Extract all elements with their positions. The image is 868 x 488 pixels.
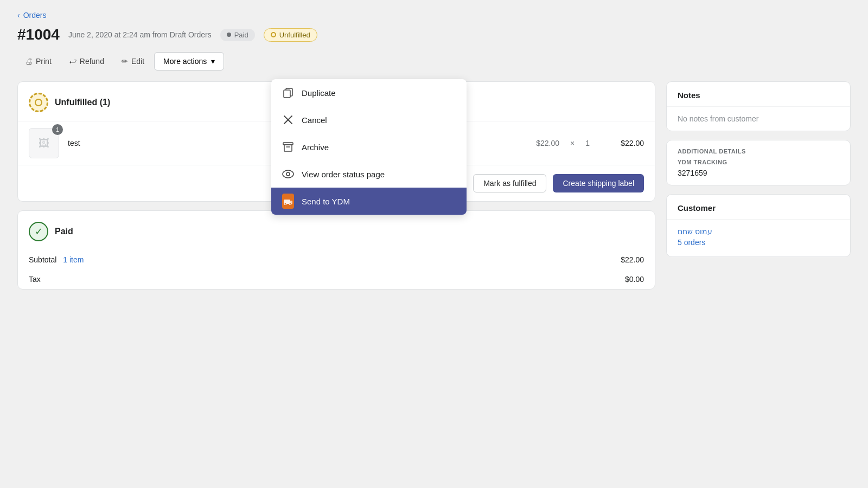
create-shipping-label-button[interactable]: Create shipping label <box>553 174 644 192</box>
subtotal-row: Subtotal 1 item $22.00 <box>18 250 655 269</box>
tax-row: Tax $0.00 <box>18 269 655 289</box>
product-total: $22.00 <box>601 139 644 147</box>
notes-empty-text: No notes from customer <box>678 114 758 123</box>
dropdown-item-view-status[interactable]: View order status page <box>271 160 467 188</box>
product-qty-price: $22.00 × 1 $22.00 <box>536 139 644 147</box>
back-link-label: Orders <box>23 11 47 20</box>
more-actions-dropdown: Duplicate Cancel <box>271 79 467 215</box>
cancel-label: Cancel <box>302 115 327 125</box>
product-badge: 1 <box>52 124 63 135</box>
subtotal-label: Subtotal <box>29 255 56 264</box>
paid-title: Paid <box>55 227 73 236</box>
product-qty: 1 <box>585 139 590 147</box>
ydm-tracking-value: 3271659 <box>678 169 839 177</box>
additional-label: ADDITIONAL DETAILS <box>678 148 839 155</box>
edit-icon: ✏ <box>122 57 128 66</box>
view-status-label: View order status page <box>302 170 385 179</box>
print-button[interactable]: 🖨 Print <box>17 53 59 70</box>
product-image-icon: 🖼 <box>39 137 49 150</box>
duplicate-icon <box>282 87 294 99</box>
customer-name-link[interactable]: עמוס שחם <box>678 227 839 236</box>
paid-badge: Paid <box>220 29 255 41</box>
send-ydm-label: Send to YDM <box>302 197 350 206</box>
mark-as-fulfilled-button[interactable]: Mark as fulfilled <box>473 174 546 192</box>
notes-card: Notes No notes from customer <box>666 81 851 131</box>
cancel-icon <box>282 114 294 126</box>
unfulfilled-badge: Unfulfilled <box>264 28 317 42</box>
svg-rect-5 <box>284 145 292 151</box>
product-price-unit: $22.00 <box>536 139 559 147</box>
svg-point-7 <box>283 170 293 178</box>
unfulfilled-title: Unfulfilled (1) <box>55 98 110 107</box>
svg-point-8 <box>286 172 290 176</box>
paid-card: ✓ Paid Subtotal 1 item $22.00 Tax $0.00 <box>17 210 655 290</box>
eye-icon <box>282 168 294 180</box>
notes-title: Notes <box>667 82 850 107</box>
svg-point-12 <box>289 203 291 205</box>
refund-button[interactable]: ⮐ Refund <box>61 53 112 70</box>
tax-value: $0.00 <box>625 275 644 284</box>
ydm-tracking-label: YDM Tracking <box>678 159 839 165</box>
product-multiply: × <box>570 139 575 147</box>
notes-body: No notes from customer <box>667 107 850 131</box>
tax-label: Tax <box>29 275 41 284</box>
unfulfilled-badge-circle <box>271 32 276 37</box>
customer-body: עמוס שחם 5 orders <box>667 220 850 256</box>
duplicate-label: Duplicate <box>302 88 336 98</box>
dropdown-item-send-ydm[interactable]: Send to YDM <box>271 188 467 215</box>
customer-title: Customer <box>667 195 850 220</box>
archive-icon <box>282 141 294 153</box>
chevron-left-icon: ‹ <box>17 11 20 20</box>
paid-card-header: ✓ Paid <box>18 211 655 250</box>
order-meta: June 2, 2020 at 2:24 am from Draft Order… <box>68 30 212 39</box>
paid-badge-dot <box>227 33 231 37</box>
more-actions-label: More actions <box>163 57 207 66</box>
edit-button[interactable]: ✏ Edit <box>114 53 152 70</box>
customer-card: Customer עמוס שחם 5 orders <box>666 194 851 257</box>
svg-point-11 <box>284 203 286 205</box>
order-number: #1004 <box>17 26 60 43</box>
subtotal-value: $22.00 <box>621 255 644 264</box>
svg-rect-1 <box>284 90 290 98</box>
paid-status-icon: ✓ <box>29 222 48 241</box>
sidebar-column: Notes No notes from customer ADDITIONAL … <box>666 81 851 298</box>
product-thumbnail: 🖼 1 <box>29 128 59 158</box>
unfulfilled-status-icon <box>29 93 48 112</box>
customer-orders-link[interactable]: 5 orders <box>678 238 839 247</box>
print-icon: 🖨 <box>25 57 33 66</box>
dropdown-item-duplicate[interactable]: Duplicate <box>271 79 467 106</box>
ydm-icon <box>282 195 294 207</box>
order-header: #1004 June 2, 2020 at 2:24 am from Draft… <box>17 26 851 43</box>
archive-label: Archive <box>302 143 329 152</box>
additional-card: ADDITIONAL DETAILS YDM Tracking 3271659 <box>666 140 851 185</box>
additional-body: ADDITIONAL DETAILS YDM Tracking 3271659 <box>667 140 850 185</box>
back-link[interactable]: ‹ Orders <box>17 11 46 20</box>
more-actions-button[interactable]: More actions ▾ <box>154 52 224 70</box>
toolbar: 🖨 Print ⮐ Refund ✏ Edit More actions ▾ <box>17 52 851 70</box>
dropdown-item-archive[interactable]: Archive <box>271 133 467 160</box>
refund-icon: ⮐ <box>69 57 76 66</box>
dropdown-item-cancel[interactable]: Cancel <box>271 106 467 133</box>
chevron-down-icon: ▾ <box>211 57 215 66</box>
subtotal-items[interactable]: 1 item <box>63 255 84 264</box>
